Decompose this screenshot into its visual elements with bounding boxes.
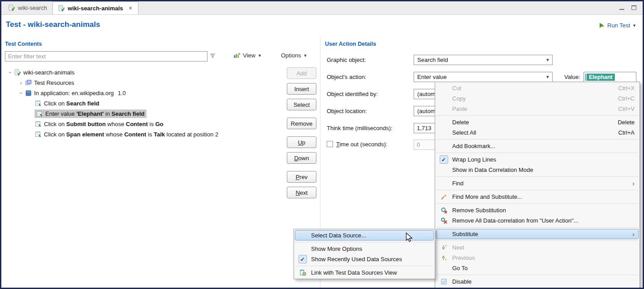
menu-item-substitute[interactable]: Substitute›	[436, 229, 639, 239]
next-button[interactable]: Next	[287, 187, 316, 198]
tree-item-text: 1.0	[118, 90, 126, 96]
tree-item-wiki-search-animals[interactable]: ›wiki-search-animals	[1, 67, 319, 78]
up-button[interactable]: Up	[287, 136, 316, 148]
select-button[interactable]: Select	[287, 99, 316, 110]
user-action-icon	[36, 110, 43, 117]
menu-item-label: Paste	[452, 105, 467, 112]
add-button[interactable]: Add	[287, 67, 316, 79]
menu-separator	[437, 227, 638, 228]
options-dropdown[interactable]: Options ▼	[281, 52, 307, 59]
menu-icon-gutter	[438, 83, 449, 93]
menu-item-find-more-and-substitute[interactable]: Find More and Substitute...	[436, 192, 639, 202]
menu-item-remove-all-data-correlation-from-user-ac[interactable]: Remove All Data-correlation from "User A…	[436, 215, 639, 226]
submenu-item-link-with-test-data-sources-view[interactable]: Link with Test Data Sources View	[295, 267, 434, 278]
graphic-object-value: Search field	[417, 57, 544, 63]
view-dropdown[interactable]: View ▼	[233, 52, 262, 59]
menu-icon-gutter	[438, 165, 449, 175]
tab-label: wiki-search	[18, 4, 47, 11]
menu-item-previous[interactable]: Previous	[436, 253, 639, 263]
tab-wiki-search-animals[interactable]: wiki-search-animals ✕	[52, 1, 138, 14]
menu-item-label: Disable	[452, 278, 471, 285]
view-label: View	[243, 52, 255, 59]
tree-item-text: In application: en.wikipedia.org	[34, 90, 114, 96]
menu-item-label: Substitute	[452, 231, 478, 237]
submenu-item-show-recently-used-data-sources[interactable]: ✓Show Recently Used Data Sources	[295, 254, 434, 264]
menu-icon-gutter	[438, 118, 449, 127]
filter-settings-icon[interactable]	[209, 53, 216, 59]
substitution-marker	[585, 74, 586, 81]
link-data-sources-icon	[297, 268, 308, 277]
menu-item-go-to[interactable]: Go To	[436, 263, 639, 273]
menu-item-wrap-long-lines[interactable]: ✓Wrap Long Lines	[436, 154, 639, 165]
application-icon	[25, 90, 32, 96]
maximize-icon[interactable]	[631, 5, 636, 10]
objects-action-combo[interactable]: Enter value ▼	[414, 72, 553, 82]
tree-item-text: Click on	[44, 131, 66, 138]
page-title: Test - wiki-search-animals	[6, 20, 100, 29]
collapse-icon[interactable]: ›	[18, 90, 25, 97]
menu-item-label: Select Data Source...	[311, 232, 366, 239]
filter-input[interactable]	[5, 51, 207, 61]
menu-item-select-all[interactable]: Select AllCtrl+A	[436, 127, 639, 138]
menu-item-paste[interactable]: PasteCtrl+V	[436, 104, 639, 114]
prev-button[interactable]: Prev	[287, 171, 316, 183]
window-controls	[619, 5, 636, 10]
tab-label: wiki-search-animals	[68, 5, 123, 12]
tab-close-icon[interactable]: ✕	[129, 5, 133, 11]
menu-item-next[interactable]: Next	[436, 242, 639, 253]
tree-item-text: Content	[124, 131, 146, 138]
tree-item-click-on-span-element-whose-content-is-t[interactable]: Click on Span element whose Content is T…	[1, 129, 319, 140]
tree-item-enter-value-elephant-in-search-field[interactable]: Enter value 'Elephant' in Search field	[1, 109, 319, 119]
tree-item-text: Click on	[44, 100, 66, 107]
chevron-down-icon: ▼	[303, 53, 307, 58]
tree-item-text: Submit button	[66, 121, 106, 127]
run-test-button[interactable]: Run Test ▼	[598, 22, 636, 29]
minimize-icon[interactable]	[619, 9, 624, 10]
menu-icon-gutter	[438, 229, 449, 239]
menu-item-label: Wrap Long Lines	[452, 156, 496, 163]
user-action-details-header: User Action Details	[325, 41, 376, 47]
tree-item-body: Click on Submit button whose Content is …	[35, 120, 165, 128]
options-label: Options	[281, 52, 301, 59]
submenu-item-show-more-options[interactable]: Show More Options	[295, 244, 434, 254]
tree-item-text: Enter value	[45, 110, 76, 117]
menu-item-delete[interactable]: DeleteDelete	[436, 117, 639, 127]
mouse-cursor	[406, 232, 414, 245]
tree-item-test-resources[interactable]: ›Test Resources	[1, 78, 319, 88]
timeout-checkbox[interactable]	[327, 141, 333, 147]
menu-item-remove-substitution[interactable]: Remove Substitution	[436, 205, 639, 215]
collapse-icon[interactable]: ›	[7, 69, 14, 76]
tree-item-click-on-submit-button-whose-content-is-[interactable]: Click on Submit button whose Content is …	[1, 119, 319, 129]
tab-wiki-search[interactable]: wiki-search	[3, 1, 52, 14]
graphic-object-combo[interactable]: Search field ▼	[414, 55, 553, 65]
insert-button[interactable]: Insert	[287, 83, 316, 95]
down-button[interactable]: Down	[287, 152, 316, 164]
menu-item-cut[interactable]: CutCtrl+X	[436, 83, 639, 93]
menu-item-add-bookmark[interactable]: Add Bookmark...	[436, 141, 639, 151]
tree-item-body: Test Resources	[25, 79, 76, 87]
test-resources-icon	[25, 79, 32, 86]
menu-item-label: Copy	[452, 95, 466, 102]
menu-separator	[437, 275, 638, 275]
chevron-down-icon[interactable]: ▼	[632, 23, 636, 28]
user-action-icon	[35, 131, 42, 138]
tree-item-text: Go	[156, 121, 164, 127]
menu-item-find[interactable]: Find›	[436, 178, 639, 188]
menu-item-show-in-data-correlation-mode[interactable]: Show in Data Correlation Mode	[436, 165, 639, 175]
tree-item-click-on-search-field[interactable]: Click on Search field	[1, 98, 319, 109]
menu-item-label: Remove Substitution	[452, 207, 506, 214]
value-input[interactable]: Elephant	[583, 72, 636, 82]
menu-item-disable[interactable]: Disable	[436, 276, 639, 287]
tree-item-in-application-en-wikipedia-org-1-0[interactable]: ›In application: en.wikipedia.org1.0	[1, 88, 319, 98]
test-editor-icon	[58, 5, 65, 12]
menu-item-copy[interactable]: CopyCtrl+C	[436, 93, 639, 104]
test-editor-icon	[9, 4, 15, 11]
menu-icon-gutter	[297, 244, 308, 254]
remove-button[interactable]: Remove	[287, 118, 316, 129]
view-icon	[233, 52, 241, 59]
expand-icon[interactable]: ›	[17, 79, 25, 86]
app-window: wiki-search wiki-search-animals ✕ Test -…	[0, 0, 644, 289]
tree-item-text: wiki-search-animals	[23, 69, 74, 76]
substituted-value: Elephant	[587, 74, 615, 81]
menu-separator	[437, 203, 638, 204]
